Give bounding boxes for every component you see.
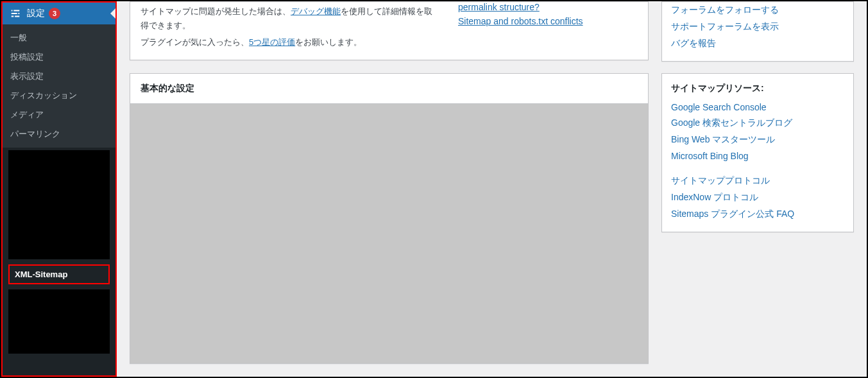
faq-permalink-link[interactable]: permalink structure? bbox=[458, 2, 638, 12]
submenu-permalink[interactable]: パーマリンク bbox=[3, 125, 115, 144]
submenu-media[interactable]: メディア bbox=[3, 105, 115, 125]
submenu-discussion[interactable]: ディスカッション bbox=[3, 86, 115, 105]
sliders-icon bbox=[9, 7, 22, 20]
faq-robots-link[interactable]: Sitemap and robots.txt conflicts bbox=[458, 16, 638, 26]
resource-bing-webmaster[interactable]: Bing Web マスターツール bbox=[671, 132, 844, 148]
sidebar-settings-header[interactable]: 設定 3 bbox=[3, 3, 115, 24]
rating-paragraph: プラグインが気に入ったら、5つ星の評価をお願いします。 bbox=[140, 35, 432, 49]
resource-plugin-faq[interactable]: Sitemaps プラグイン公式 FAQ bbox=[671, 206, 844, 223]
submenu-writing[interactable]: 投稿設定 bbox=[3, 47, 115, 67]
resource-sitemap-protocol[interactable]: サイトマッププロトコル bbox=[671, 173, 844, 189]
sidebar-header-label: 設定 bbox=[27, 8, 45, 19]
resource-indexnow[interactable]: IndexNow プロトコル bbox=[671, 189, 844, 206]
basic-settings-body bbox=[130, 104, 648, 363]
basic-settings-title: 基本的な設定 bbox=[130, 74, 648, 104]
chevron-left-icon bbox=[110, 8, 115, 19]
resource-gsc[interactable]: Google Search Console bbox=[671, 99, 844, 115]
resources-title: サイトマップリソース: bbox=[671, 74, 844, 99]
submenu-reading[interactable]: 表示設定 bbox=[3, 67, 115, 86]
support-report-bug[interactable]: バグを報告 bbox=[671, 35, 844, 52]
settings-submenu: 一般 投稿設定 表示設定 ディスカッション メディア パーマリンク bbox=[3, 24, 115, 148]
submenu-general[interactable]: 一般 bbox=[3, 28, 115, 47]
update-badge: 3 bbox=[49, 8, 60, 19]
debug-link[interactable]: デバッグ機能 bbox=[291, 6, 341, 16]
resource-bing-blog[interactable]: Microsoft Bing Blog bbox=[671, 148, 844, 164]
resource-google-blog[interactable]: Google 検索セントラルブログ bbox=[671, 115, 844, 132]
basic-settings-panel: 基本的な設定 bbox=[130, 73, 649, 364]
rating-link[interactable]: 5つ星の評価 bbox=[249, 37, 295, 47]
redacted-block bbox=[8, 289, 110, 354]
admin-sidebar: 設定 3 一般 投稿設定 表示設定 ディスカッション メディア パーマリンク X… bbox=[1, 1, 117, 377]
resources-panel: サイトマップリソース: Google Search Console Google… bbox=[661, 73, 854, 232]
submenu-xml-sitemap[interactable]: XML-Sitemap bbox=[8, 264, 110, 284]
redacted-block bbox=[8, 150, 110, 259]
main-content: サイトマップに問題が発生した場合は、デバッグ機能を使用して詳細情報を取得できます… bbox=[117, 1, 867, 377]
support-panel: フォーラムをフォローする サポートフォーラムを表示 バグを報告 bbox=[661, 1, 854, 62]
support-follow-forum[interactable]: フォーラムをフォローする bbox=[671, 2, 844, 19]
debug-paragraph: サイトマップに問題が発生した場合は、デバッグ機能を使用して詳細情報を取得できます… bbox=[140, 4, 432, 33]
support-view-forum[interactable]: サポートフォーラムを表示 bbox=[671, 19, 844, 35]
info-panel: サイトマップに問題が発生した場合は、デバッグ機能を使用して詳細情報を取得できます… bbox=[130, 1, 649, 60]
